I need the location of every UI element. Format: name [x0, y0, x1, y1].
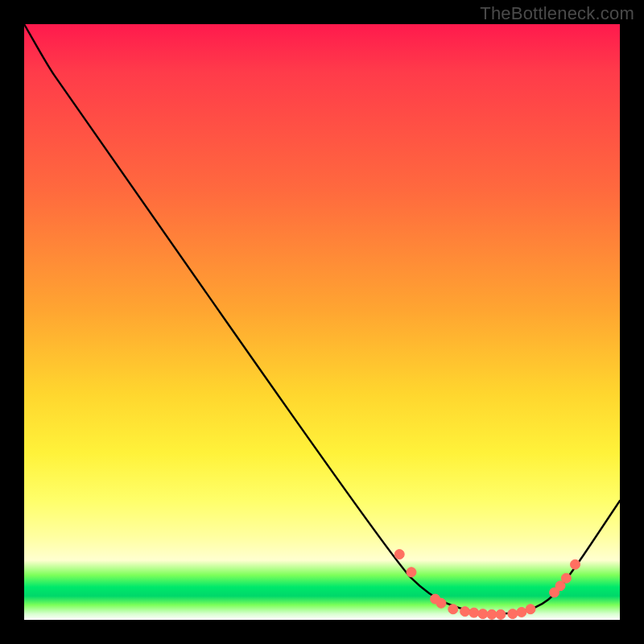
watermark-text: TheBottleneck.com	[480, 3, 634, 24]
curve-marker	[561, 573, 571, 583]
curve-marker	[407, 568, 416, 577]
curve-marker	[469, 608, 479, 617]
plot-area	[24, 24, 620, 620]
curve-marker	[394, 550, 404, 559]
bottleneck-curve	[24, 24, 620, 614]
curve-marker	[436, 598, 446, 608]
curve-marker	[517, 607, 526, 617]
curve-marker	[496, 609, 506, 619]
curve-layer	[24, 24, 620, 620]
curve-markers	[394, 550, 580, 620]
curve-marker	[448, 605, 458, 614]
curve-marker	[571, 559, 580, 569]
curve-marker	[508, 609, 518, 619]
chart-frame: TheBottleneck.com	[0, 0, 644, 644]
curve-marker	[487, 609, 497, 619]
curve-marker	[526, 605, 535, 614]
curve-marker	[478, 609, 488, 619]
curve-marker	[460, 607, 470, 617]
